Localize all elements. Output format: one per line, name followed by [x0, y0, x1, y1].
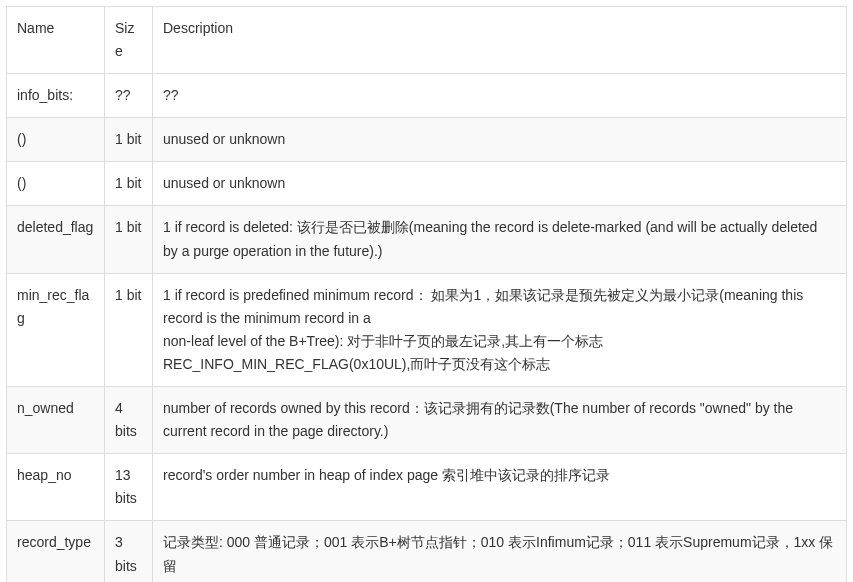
table-row: deleted_flag1 bit1 if record is deleted:… — [7, 206, 847, 273]
col-header-size: Size — [105, 7, 153, 74]
cell-description: unused or unknown — [153, 118, 847, 162]
cell-size: ?? — [105, 74, 153, 118]
cell-description: 1 if record is deleted: 该行是否已被删除(meaning… — [153, 206, 847, 273]
table-row: info_bits:???? — [7, 74, 847, 118]
cell-name: min_rec_flag — [7, 273, 105, 386]
cell-size: 1 bit — [105, 162, 153, 206]
cell-size: 1 bit — [105, 206, 153, 273]
cell-description: number of records owned by this record：该… — [153, 387, 847, 454]
table-body: info_bits:????()1 bitunused or unknown()… — [7, 74, 847, 582]
cell-size: 1 bit — [105, 118, 153, 162]
table-row: record_type3 bits记录类型: 000 普通记录；001 表示B+… — [7, 521, 847, 582]
cell-name: heap_no — [7, 454, 105, 521]
record-header-table: Name Size Description info_bits:????()1 … — [6, 6, 847, 582]
col-header-description: Description — [153, 7, 847, 74]
cell-size: 3 bits — [105, 521, 153, 582]
table-row: heap_no13 bitsrecord's order number in h… — [7, 454, 847, 521]
cell-description: unused or unknown — [153, 162, 847, 206]
cell-description: 1 if record is predefined minimum record… — [153, 273, 847, 386]
cell-name: () — [7, 162, 105, 206]
col-header-name: Name — [7, 7, 105, 74]
cell-description: ?? — [153, 74, 847, 118]
cell-size: 4 bits — [105, 387, 153, 454]
cell-name: info_bits: — [7, 74, 105, 118]
cell-name: n_owned — [7, 387, 105, 454]
table-row: n_owned4 bitsnumber of records owned by … — [7, 387, 847, 454]
cell-size: 1 bit — [105, 273, 153, 386]
table-row: min_rec_flag1 bit1 if record is predefin… — [7, 273, 847, 386]
cell-name: record_type — [7, 521, 105, 582]
cell-name: deleted_flag — [7, 206, 105, 273]
table-row: ()1 bitunused or unknown — [7, 118, 847, 162]
table-header-row: Name Size Description — [7, 7, 847, 74]
cell-description: record's order number in heap of index p… — [153, 454, 847, 521]
cell-size: 13 bits — [105, 454, 153, 521]
cell-description: 记录类型: 000 普通记录；001 表示B+树节点指针；010 表示Infim… — [153, 521, 847, 582]
cell-name: () — [7, 118, 105, 162]
table-row: ()1 bitunused or unknown — [7, 162, 847, 206]
